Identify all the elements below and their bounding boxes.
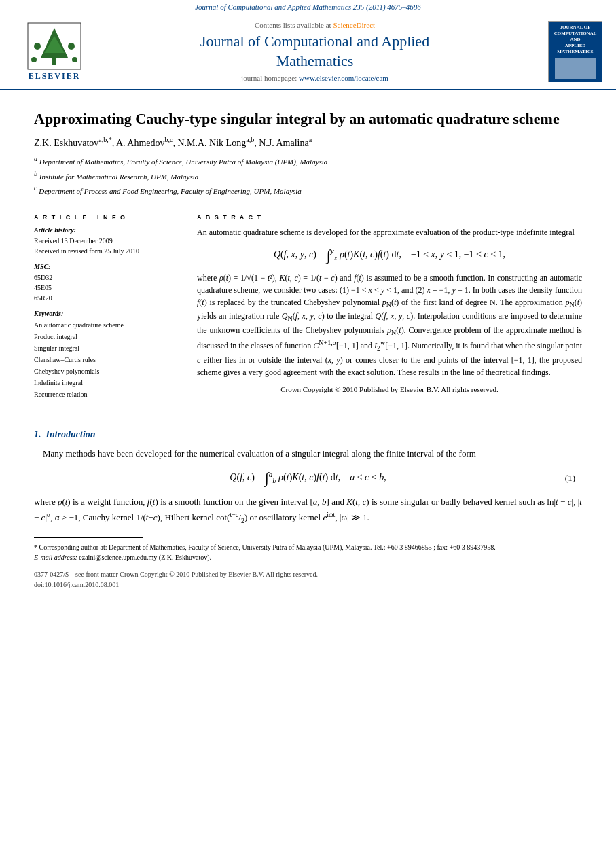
abstract-copyright: Crown Copyright © 2010 Published by Else…: [197, 384, 582, 395]
cover-title-text: JOURNAL OFCOMPUTATIONAL ANDAPPLIEDMATHEM…: [551, 24, 599, 55]
msc-code-2: 45E05: [34, 283, 173, 293]
abstract-text-before-formula: An automatic quadrature scheme is develo…: [197, 228, 575, 237]
svg-point-8: [72, 57, 77, 62]
svg-point-5: [34, 43, 41, 50]
article-history-title: Article history:: [34, 226, 173, 234]
elsevier-wordmark: ELSEVIER: [29, 71, 81, 82]
article-history-revised: Received in revised form 25 July 2010: [34, 246, 173, 256]
elsevier-logo-block: ELSEVIER: [14, 22, 95, 82]
intro-paragraph-2: where ρ(t) is a weight function, f(t) is…: [34, 495, 582, 526]
where-label: where: [34, 497, 56, 507]
abstract-body: An automatic quadrature scheme is develo…: [197, 226, 582, 395]
elsevier-logo: ELSEVIER: [14, 22, 95, 82]
msc-code-3: 65R20: [34, 293, 173, 303]
journal-title: Journal of Computational and AppliedMath…: [95, 32, 535, 71]
article-info-column: A R T I C L E I N F O Article history: R…: [34, 214, 183, 407]
intro-title: Introduction: [46, 429, 96, 440]
abstract-text-where: where ρ(t) = 1/√(1 − t²), K(t, c) = 1/(t…: [197, 273, 582, 377]
contents-available-label: Contents lists available at ScienceDirec…: [95, 21, 535, 29]
intro-paragraph-1: Many methods have been developed for the…: [34, 447, 582, 461]
intro-number: 1.: [34, 429, 41, 440]
keywords-list: An automatic quadrature scheme Product i…: [34, 319, 173, 400]
journal-header: ELSEVIER Contents lists available at Sci…: [0, 14, 616, 90]
intro-divider: [34, 418, 582, 418]
keywords-section: Keywords: An automatic quadrature scheme…: [34, 310, 173, 400]
sciencedirect-link[interactable]: ScienceDirect: [333, 21, 375, 29]
journal-header-center: Contents lists available at ScienceDirec…: [95, 21, 535, 82]
footnote-email: E-mail address: ezaini@science.upm.edu.m…: [34, 552, 582, 562]
paper-content: Approximating Cauchy-type singular integ…: [0, 90, 616, 603]
equation-1-block: Q(f, c) = ∫ab ρ(t)K(t, c)f(t) dt, a < c …: [34, 469, 582, 487]
footnote-star: * Corresponding author at: Department of…: [34, 542, 582, 552]
svg-point-7: [31, 57, 37, 62]
journal-homepage: journal homepage: www.elsevier.com/locat…: [95, 74, 535, 82]
homepage-url[interactable]: www.elsevier.com/locate/cam: [299, 74, 388, 82]
keywords-title: Keywords:: [34, 310, 173, 317]
authors-line: Z.K. Eskhuvatova,b,*, A. Ahmedovb,c, N.M…: [34, 136, 582, 149]
journal-citation-text: Journal of Computational and Applied Mat…: [195, 3, 421, 11]
abstract-heading: A B S T R A C T: [197, 214, 582, 221]
journal-cover-block: JOURNAL OFCOMPUTATIONAL ANDAPPLIEDMATHEM…: [535, 21, 602, 82]
affiliations-block: a Department of Mathematics, Faculty of …: [34, 154, 582, 197]
msc-title: MSC:: [34, 263, 173, 270]
svg-point-6: [68, 43, 75, 50]
footnote-license: 0377-0427/$ – see front matter Crown Cop…: [34, 569, 582, 590]
article-history-section: Article history: Received 13 December 20…: [34, 226, 173, 256]
paper-title: Approximating Cauchy-type singular integ…: [34, 109, 582, 129]
abstract-column: A B S T R A C T An automatic quadrature …: [197, 214, 582, 407]
intro-heading: 1. Introduction: [34, 429, 582, 440]
equation-1-number: (1): [548, 473, 575, 484]
journal-cover-thumbnail: JOURNAL OFCOMPUTATIONAL ANDAPPLIEDMATHEM…: [548, 21, 602, 82]
elsevier-tree-icon: [27, 22, 81, 70]
article-history-received: Received 13 December 2009: [34, 236, 173, 246]
equation-1-content: Q(f, c) = ∫ab ρ(t)K(t, c)f(t) dt, a < c …: [68, 469, 548, 487]
article-info-abstract-section: A R T I C L E I N F O Article history: R…: [34, 207, 582, 407]
msc-code-1: 65D32: [34, 272, 173, 283]
cover-thumbnail-image: [555, 58, 596, 79]
journal-citation-bar: Journal of Computational and Applied Mat…: [0, 0, 616, 14]
footnote-divider: [34, 537, 143, 538]
msc-section: MSC: 65D32 45E05 65R20: [34, 263, 173, 303]
article-info-heading: A R T I C L E I N F O: [34, 214, 173, 221]
abstract-formula: Q(f, x, y, c) = ∫yx ρ(t)K(t, c)f(t) dt, …: [197, 244, 582, 266]
